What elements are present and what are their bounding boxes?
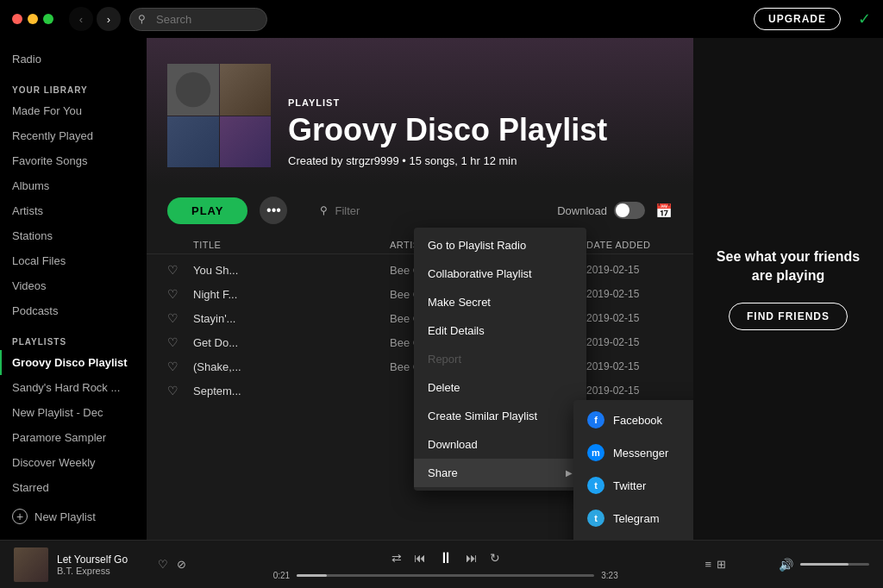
find-friends-button[interactable]: FIND FRIENDS [729, 303, 848, 330]
share-item-share-messenger[interactable]: m Messenger [573, 436, 693, 469]
album-thumbnail [14, 547, 48, 582]
sidebar-item-local-files[interactable]: Local Files [0, 248, 147, 273]
ctx-item-make-secret[interactable]: Make Secret [414, 288, 586, 316]
share-submenu: f Facebook m Messenger t Twitter t Teleg… [573, 400, 693, 540]
playlist-mosaic [167, 64, 271, 167]
col-date: DATE ADDED [586, 240, 673, 250]
ctx-item-create-similar[interactable]: Create Similar Playlist [414, 402, 586, 430]
filter-bar: ⚲ [299, 199, 500, 222]
sidebar-item-podcasts[interactable]: Podcasts [0, 298, 147, 323]
back-button[interactable]: ‹ [69, 7, 93, 31]
playlist-meta-info: 15 songs, 1 hr 12 min [409, 154, 517, 167]
playlist-meta: Created by strgzr9999 • 15 songs, 1 hr 1… [288, 154, 673, 167]
sidebar-item-artists[interactable]: Artists [0, 198, 147, 223]
share-item-share-skype[interactable]: s Skype [573, 535, 693, 540]
search-input[interactable] [129, 8, 267, 31]
playlist-type-label: PLAYLIST [288, 97, 673, 108]
share-icon-share-telegram: t [587, 510, 604, 527]
volume-fill [800, 563, 849, 566]
shuffle-button[interactable]: ⇄ [391, 551, 402, 565]
sidebar-item-sandy[interactable]: Sandy's Hard Rock ... [0, 375, 147, 400]
queue-button[interactable]: ⊞ [717, 558, 726, 571]
new-playlist-button[interactable]: + New Playlist [0, 500, 147, 533]
track-heart-icon[interactable]: ♡ [167, 335, 193, 349]
track-date: 2019-02-15 [586, 336, 673, 348]
share-item-share-telegram[interactable]: t Telegram [573, 502, 693, 535]
player-controls: ⇄ ⏮ ⏸ ⏭ ↻ 0:21 3:23 [197, 549, 694, 580]
track-heart-icon[interactable]: ♡ [167, 263, 193, 277]
play-button[interactable]: PLAY [167, 197, 247, 224]
col-title: TITLE [193, 240, 390, 250]
prev-button[interactable]: ⏮ [414, 551, 426, 565]
ctx-item-download[interactable]: Download [414, 430, 586, 459]
repeat-button[interactable]: ↻ [490, 551, 500, 565]
sidebar-item-albums[interactable]: Albums [0, 173, 147, 198]
next-button[interactable]: ⏭ [466, 551, 478, 565]
sidebar-item-radio[interactable]: Radio [0, 47, 147, 72]
ctx-label-report: Report [428, 353, 461, 366]
sidebar-item-discover-weekly[interactable]: Discover Weekly [0, 450, 147, 475]
creator-id[interactable]: strgzr9999 [346, 154, 398, 167]
mini-dots-button[interactable]: ⊘ [177, 558, 186, 571]
download-toggle[interactable] [614, 202, 645, 219]
playlist-title: Groovy Disco Playlist [288, 113, 673, 147]
sidebar-item-favorite-songs[interactable]: Favorite Songs [0, 148, 147, 173]
track-date: 2019-02-15 [586, 385, 673, 397]
volume-area: 🔊 [731, 558, 869, 572]
sidebar-item-made-for-you[interactable]: Made For You [0, 98, 147, 123]
ctx-label-collaborative: Collaborative Playlist [428, 267, 532, 280]
ctx-item-delete[interactable]: Delete [414, 373, 586, 402]
controls-right: ⚲ Download 📅 [299, 199, 673, 222]
sidebar-item-starred[interactable]: Starred [0, 475, 147, 500]
sidebar-item-groovy-disco[interactable]: Groovy Disco Playlist [0, 350, 147, 375]
upgrade-button[interactable]: UPGRADE [754, 8, 841, 30]
download-label: Download [557, 204, 607, 217]
track-heart-icon[interactable]: ♡ [167, 360, 193, 373]
progress-fill [297, 574, 327, 577]
ctx-item-share[interactable]: Share▶ [414, 459, 586, 487]
track-date: 2019-02-15 [586, 264, 673, 276]
minimize-button[interactable] [28, 14, 38, 24]
new-playlist-label: New Playlist [34, 510, 96, 523]
ctx-item-edit-details[interactable]: Edit Details [414, 316, 586, 345]
sidebar-item-new-playlist-dec[interactable]: New Playlist - Dec [0, 400, 147, 425]
sidebar-item-videos[interactable]: Videos [0, 273, 147, 298]
sidebar-item-paramore[interactable]: Paramore Sampler [0, 425, 147, 450]
album-art-2 [220, 64, 272, 116]
fullscreen-button[interactable] [43, 14, 53, 24]
progress-bar[interactable] [297, 574, 594, 577]
track-heart-icon[interactable]: ♡ [167, 287, 193, 301]
track-name: Get Do... [193, 336, 390, 349]
filter-input[interactable] [335, 204, 479, 217]
album-art-1 [167, 64, 219, 116]
share-item-share-facebook[interactable]: f Facebook [573, 403, 693, 436]
now-playing: Let Yourself Go B.T. Express ♡ ⊘ [14, 547, 186, 582]
more-button[interactable]: ••• [260, 197, 287, 224]
sidebar: Radio YOUR LIBRARY Made For You Recently… [0, 38, 147, 540]
heart-button[interactable]: ♡ [158, 558, 168, 571]
context-menu: Go to Playlist RadioCollaborative Playli… [414, 228, 586, 491]
ctx-label-share: Share [428, 466, 458, 479]
volume-bar[interactable] [800, 563, 869, 566]
track-name: You Sh... [193, 264, 390, 277]
share-icon-share-messenger: m [587, 444, 604, 461]
track-heart-icon[interactable]: ♡ [167, 311, 193, 325]
friends-title: See what your friends are playing [711, 247, 866, 286]
share-label-share-facebook: Facebook [613, 414, 662, 427]
forward-button[interactable]: › [97, 7, 121, 31]
ctx-label-delete: Delete [428, 381, 460, 394]
now-playing-info: Let Yourself Go B.T. Express [57, 554, 149, 576]
track-heart-icon[interactable]: ♡ [167, 384, 193, 397]
close-button[interactable] [12, 14, 22, 24]
lyrics-button[interactable]: ≡ [705, 558, 711, 571]
share-item-share-twitter[interactable]: t Twitter [573, 469, 693, 502]
sidebar-item-stations[interactable]: Stations [0, 223, 147, 248]
ctx-item-go-to-radio[interactable]: Go to Playlist Radio [414, 231, 586, 260]
sidebar-item-recently-played[interactable]: Recently Played [0, 123, 147, 148]
volume-icon[interactable]: 🔊 [779, 558, 793, 572]
main-content: PLAYLIST Groovy Disco Playlist Created b… [147, 38, 693, 540]
ctx-item-collaborative[interactable]: Collaborative Playlist [414, 260, 586, 288]
play-pause-button[interactable]: ⏸ [438, 549, 454, 567]
track-name: Septem... [193, 385, 390, 397]
now-playing-artist: B.T. Express [57, 566, 149, 576]
